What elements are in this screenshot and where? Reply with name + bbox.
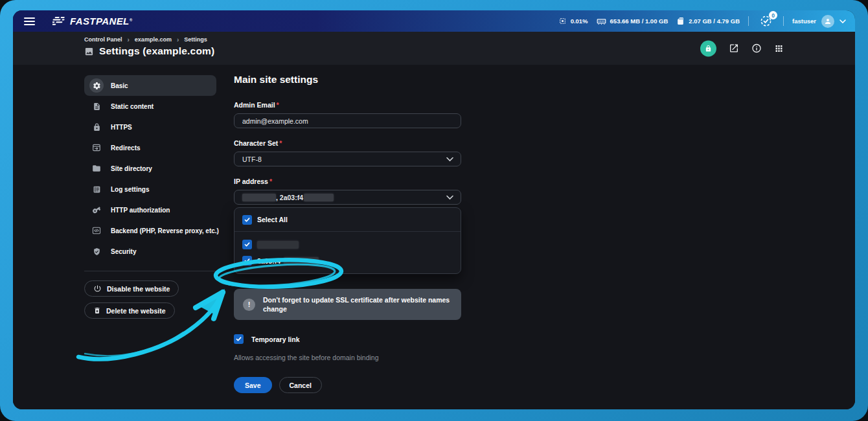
fastpanel-logo[interactable]: FASTPANEL®: [52, 16, 133, 27]
content-area: Basic Static content HTTPS: [13, 65, 855, 409]
settings-sidebar: Basic Static content HTTPS: [84, 75, 216, 324]
cpu-stat: 0.01%: [558, 17, 588, 25]
required-mark: *: [277, 101, 279, 109]
sidebar-item-label: Redirects: [111, 144, 141, 152]
divider: [748, 16, 749, 26]
sidebar-item-site-directory[interactable]: Site directory: [84, 158, 216, 179]
chevron-down-icon[interactable]: [839, 19, 846, 23]
tasks-badge: 0: [769, 11, 777, 19]
select-all-label: Select All: [257, 216, 288, 223]
ip-option-1[interactable]: [234, 236, 461, 253]
sidebar-item-label: HTTP authorization: [111, 207, 170, 214]
disable-website-label: Disable the website: [107, 285, 170, 293]
apps-grid-icon[interactable]: [774, 43, 784, 53]
character-set-value: UTF-8: [242, 155, 262, 163]
ip-option-2-label: 2a03:f4: [257, 257, 280, 265]
ip-address-value: , 2a03:f4: [276, 194, 303, 201]
select-all-option[interactable]: Select All: [234, 208, 461, 232]
hamburger-menu-icon[interactable]: [23, 15, 36, 28]
ip-address-label: IP address*: [234, 177, 461, 185]
main-site-settings-form: Main site settings Admin Email* Characte…: [234, 74, 461, 393]
sidebar-item-https[interactable]: HTTPS: [84, 117, 216, 137]
logo-text: FASTPANEL®: [70, 16, 133, 27]
sidebar-item-label: Basic: [111, 82, 128, 89]
select-all-checkbox[interactable]: [242, 215, 252, 225]
image-icon: [84, 47, 94, 56]
code-icon: [89, 223, 104, 238]
user-avatar[interactable]: [821, 15, 834, 28]
delete-website-label: Delete the website: [106, 307, 166, 315]
sidebar-divider: [84, 271, 216, 271]
character-set-label: Character Set*: [234, 139, 461, 147]
breadcrumb-settings[interactable]: Settings: [184, 36, 207, 43]
power-icon: [93, 284, 102, 293]
breadcrumb-separator-icon: ›: [177, 37, 179, 43]
log-icon: [89, 182, 104, 196]
key-icon: [89, 203, 104, 217]
sidebar-item-basic[interactable]: Basic: [84, 75, 216, 96]
ip-option-2[interactable]: 2a03:f4: [234, 253, 461, 269]
username: fastuser: [792, 17, 816, 25]
form-heading: Main site settings: [234, 74, 461, 85]
sidebar-item-log-settings[interactable]: Log settings: [84, 179, 216, 199]
tasks-icon[interactable]: 0: [760, 15, 772, 27]
page-header: Control Panel › example.com › Settings S…: [13, 32, 855, 65]
divider: [783, 16, 784, 26]
folder-icon: [89, 161, 104, 176]
ip-address-dropdown: Select All 2a03:f4: [234, 207, 461, 274]
temporary-link-checkbox[interactable]: [234, 334, 244, 344]
app-window: FASTPANEL® 0.01%: [13, 10, 855, 409]
ram-stat: 653.66 MB / 1.00 GB: [597, 17, 668, 25]
ssl-notice-text: Don't forget to update SSL certificate a…: [263, 295, 452, 313]
redacted-ip: [304, 194, 334, 201]
info-icon[interactable]: [751, 43, 762, 54]
open-site-icon[interactable]: [729, 43, 739, 54]
required-mark: *: [269, 177, 272, 185]
save-button[interactable]: Save: [234, 377, 272, 393]
user-menu[interactable]: fastuser: [792, 15, 846, 28]
cpu-value: 0.01%: [571, 17, 588, 25]
disk-icon: [676, 17, 685, 25]
temporary-link-row: Temporary link: [234, 334, 461, 344]
ram-icon: [597, 17, 606, 25]
disk-stat: 2.07 GB / 4.79 GB: [676, 17, 740, 25]
breadcrumb-control-panel[interactable]: Control Panel: [84, 36, 122, 43]
admin-email-field[interactable]: [234, 113, 461, 128]
delete-website-button[interactable]: Delete the website: [84, 302, 175, 319]
sidebar-item-backend[interactable]: Backend (PHP, Reverse proxy, etc.): [84, 220, 216, 241]
sidebar-item-label: Security: [111, 248, 136, 255]
ip-option-2-checkbox[interactable]: [242, 256, 252, 266]
ip-option-1-checkbox[interactable]: [242, 240, 252, 249]
required-mark: *: [279, 139, 282, 147]
temporary-link-label: Temporary link: [251, 336, 300, 343]
sidebar-item-static-content[interactable]: Static content: [84, 96, 216, 117]
disable-website-button[interactable]: Disable the website: [84, 280, 179, 297]
character-set-select[interactable]: UTF-8: [234, 152, 461, 166]
sidebar-item-label: Backend (PHP, Reverse proxy, etc.): [111, 227, 219, 234]
chevron-down-icon: [446, 195, 453, 199]
breadcrumb: Control Panel › example.com › Settings: [84, 36, 214, 43]
sidebar-item-label: Log settings: [111, 186, 149, 193]
sidebar-item-http-authorization[interactable]: HTTP authorization: [84, 199, 216, 220]
logo-equalizer-icon: [52, 17, 65, 25]
shield-icon: [89, 244, 104, 258]
resource-stats: 0.01% 653.66 MB / 1.00 GB: [558, 15, 846, 28]
cpu-icon: [558, 17, 567, 25]
sidebar-item-label: Site directory: [111, 165, 152, 172]
sidebar-item-label: Static content: [111, 103, 154, 110]
ram-value: 653.66 MB / 1.00 GB: [610, 17, 668, 25]
sidebar-item-label: HTTPS: [111, 124, 132, 131]
disk-value: 2.07 GB / 4.79 GB: [689, 17, 740, 25]
ssl-status-icon[interactable]: [700, 40, 716, 56]
redirect-icon: [89, 141, 104, 155]
ip-address-select[interactable]: , 2a03:f4: [234, 190, 461, 205]
redacted-ip: [242, 194, 276, 201]
topbar: FASTPANEL® 0.01%: [13, 10, 855, 32]
sidebar-item-redirects[interactable]: Redirects: [84, 137, 216, 158]
cancel-button[interactable]: Cancel: [279, 377, 322, 393]
breadcrumb-separator-icon: ›: [128, 37, 130, 43]
breadcrumb-domain[interactable]: example.com: [135, 36, 172, 43]
redacted-ip: [257, 241, 299, 249]
sidebar-item-security[interactable]: Security: [84, 241, 216, 262]
registered-mark: ®: [130, 18, 133, 22]
